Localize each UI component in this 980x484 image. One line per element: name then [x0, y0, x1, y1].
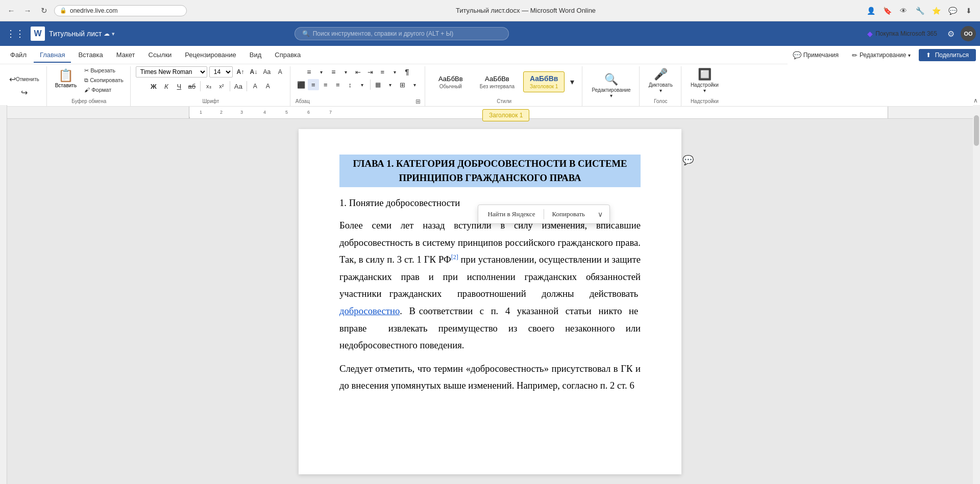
- vertical-scrollbar[interactable]: [973, 105, 980, 484]
- browser-icon-5[interactable]: ⭐: [930, 5, 942, 17]
- tab-file[interactable]: Файл: [4, 48, 33, 63]
- app-search-bar[interactable]: 🔍 Поиск инструментов, справки и другого …: [295, 27, 509, 40]
- svg-text:5: 5: [285, 110, 288, 115]
- comments-button[interactable]: 💬 Примечания: [788, 49, 844, 61]
- align-right-button[interactable]: ≡: [320, 79, 331, 90]
- addins-button[interactable]: 🔲 Надстройки ▾: [687, 66, 723, 95]
- ruler-body: 1 2 3 4 5 6 7: [189, 107, 888, 118]
- editing-right-button[interactable]: 🔍 Редактирование ▾: [587, 71, 634, 100]
- style-normal[interactable]: АаБбВв Обычный: [430, 72, 471, 92]
- font-color-button[interactable]: А: [262, 81, 274, 92]
- style-heading1[interactable]: АаБбВв Заголовок 1: [523, 71, 565, 92]
- back-button[interactable]: ←: [5, 5, 17, 17]
- tab-view[interactable]: Вид: [243, 48, 268, 63]
- find-in-yandex-button[interactable]: Найти в Яндексе: [480, 207, 542, 221]
- font-group-label: Шрифт: [136, 97, 286, 105]
- case-button[interactable]: Аа: [233, 81, 244, 92]
- grow-font-button[interactable]: A↑: [235, 66, 246, 78]
- browser-icon-3[interactable]: 👁: [897, 5, 910, 17]
- paste-button[interactable]: 📋 Вставить: [52, 66, 80, 90]
- app-grid-icon[interactable]: ⋮⋮: [4, 26, 27, 41]
- search-editing-icon: 🔍: [604, 73, 618, 86]
- subscript-button[interactable]: х₂: [203, 81, 214, 92]
- strikethrough-button[interactable]: аб: [186, 81, 198, 92]
- app-settings-icon[interactable]: ⚙: [944, 27, 958, 41]
- font-row-2: Ж К Ч аб х₂ х² Аа А А: [148, 81, 274, 92]
- forward-button[interactable]: →: [21, 5, 34, 17]
- bold-button[interactable]: Ж: [148, 81, 159, 92]
- outline-button[interactable]: ≡: [377, 66, 388, 78]
- browser-icon-6[interactable]: 💬: [946, 5, 959, 17]
- chevron-bullet-button[interactable]: ▾: [315, 66, 327, 78]
- svg-text:7: 7: [329, 110, 332, 115]
- tab-references[interactable]: Ссылки: [142, 48, 178, 63]
- copy-context-button[interactable]: Копировать: [545, 207, 592, 221]
- redo-button[interactable]: ↪: [18, 87, 31, 98]
- bullet-list-button[interactable]: ≡: [303, 66, 314, 78]
- highlight-color-button[interactable]: А: [250, 81, 261, 92]
- scrollbar-thumb[interactable]: [974, 115, 979, 146]
- tab-home[interactable]: Главная: [34, 48, 71, 63]
- comments-icon: 💬: [793, 51, 801, 59]
- editing-button[interactable]: ✏ Редактирование ▾: [847, 49, 916, 61]
- voice-label: Голос: [654, 97, 668, 105]
- italic-button[interactable]: К: [161, 81, 172, 92]
- change-case-button[interactable]: Аа: [261, 66, 273, 78]
- font-size-select[interactable]: 14: [209, 66, 233, 78]
- tab-help[interactable]: Справка: [268, 48, 307, 63]
- format-painter-button[interactable]: 🖌 Формат: [82, 86, 126, 94]
- chevron-icon[interactable]: ▾: [112, 31, 115, 37]
- line-spacing-button[interactable]: ↕: [345, 79, 356, 90]
- numbered-list-button[interactable]: ≡: [328, 66, 339, 78]
- indent-inc-button[interactable]: ⇥: [364, 66, 376, 78]
- shading-chevron-button[interactable]: ▾: [385, 79, 396, 90]
- show-formatting-button[interactable]: ¶: [401, 66, 412, 78]
- align-center-button[interactable]: ≡: [308, 79, 319, 90]
- paragraph-expand-button[interactable]: ⊞: [415, 98, 421, 105]
- chevron-up-icon: ∧: [973, 97, 978, 104]
- dictate-label: Диктовать: [649, 82, 673, 88]
- outline-chevron-button[interactable]: ▾: [389, 66, 400, 78]
- purchase-ms365-button[interactable]: ◆ Покупка Microsoft 365: [863, 28, 941, 39]
- context-menu-more-button[interactable]: ∨: [593, 207, 607, 221]
- undo-button[interactable]: ↩ Отменить: [6, 73, 42, 85]
- browser-icon-4[interactable]: 🔧: [914, 5, 926, 17]
- styles-expand-button[interactable]: ▾: [567, 77, 578, 88]
- font-family-select[interactable]: Times New Roman: [136, 66, 207, 78]
- clear-format-button[interactable]: А: [275, 66, 286, 78]
- style-no-spacing[interactable]: АаБбВв Без интервала: [473, 72, 521, 92]
- styles-dropdown-badge[interactable]: Заголовок 1: [482, 109, 529, 121]
- shrink-font-button[interactable]: A↓: [248, 66, 259, 78]
- browser-icon-1[interactable]: 👤: [865, 5, 877, 17]
- browser-icon-download[interactable]: ⬇: [963, 5, 975, 17]
- cut-button[interactable]: ✂ Вырезать: [82, 66, 126, 75]
- address-bar[interactable]: 🔒 onedrive.live.com: [54, 5, 187, 16]
- ref-2[interactable]: [2]: [451, 253, 458, 261]
- tab-layout[interactable]: Макет: [110, 48, 141, 63]
- comment-icon[interactable]: 💬: [682, 155, 694, 166]
- separator-2: [230, 81, 230, 91]
- refresh-button[interactable]: ↻: [38, 5, 50, 17]
- superscript-button[interactable]: х²: [216, 81, 227, 92]
- dictate-button[interactable]: 🎤 Диктовать ▾: [645, 66, 677, 95]
- borders-button[interactable]: ⊞: [397, 79, 408, 90]
- borders-chevron-button[interactable]: ▾: [409, 79, 421, 90]
- user-avatar[interactable]: ОО: [961, 26, 976, 41]
- copy-button[interactable]: ⧉ Скопировать: [82, 76, 126, 85]
- browser-icon-2[interactable]: 🔖: [881, 5, 893, 17]
- link-dobrosovest[interactable]: добросовестно: [339, 305, 400, 316]
- align-left-button[interactable]: ⬛: [296, 79, 307, 90]
- share-button[interactable]: ⬆ Поделиться: [919, 49, 976, 61]
- collapse-ribbon-button[interactable]: ∧: [973, 96, 978, 104]
- clipboard-label: Буфер обмена: [52, 97, 126, 105]
- spacing-chevron-button[interactable]: ▾: [357, 79, 368, 90]
- shading-button[interactable]: ▦: [373, 79, 384, 90]
- tab-review[interactable]: Рецензирование: [179, 48, 242, 63]
- underline-button[interactable]: Ч: [174, 81, 185, 92]
- font-group: Times New Roman 14 A↑ A↓ Аа А Ж К Ч аб: [132, 66, 290, 106]
- app-right-buttons: ◆ Покупка Microsoft 365 ⚙ ОО: [863, 26, 976, 41]
- align-justify-button[interactable]: ≡: [332, 79, 344, 90]
- tab-insert[interactable]: Вставка: [72, 48, 109, 63]
- chevron-num-button[interactable]: ▾: [340, 66, 351, 78]
- indent-dec-button[interactable]: ⇤: [352, 66, 363, 78]
